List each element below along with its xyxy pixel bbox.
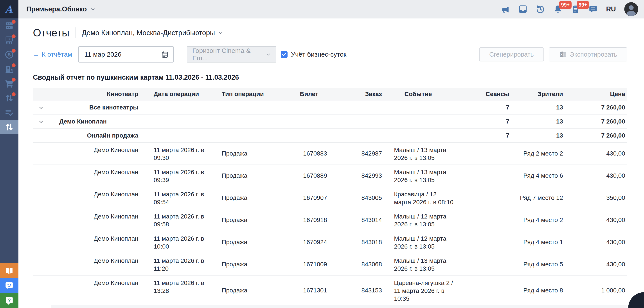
sidebar-item-cinema-hall[interactable] bbox=[0, 33, 18, 47]
notification-dot bbox=[12, 92, 16, 96]
cell-event: Малыш / 12 марта 2026 г. в 13:05 bbox=[382, 209, 454, 231]
column-header: Дата операции bbox=[138, 88, 215, 100]
sidebar-item-cart[interactable] bbox=[0, 76, 18, 91]
sidebar-item-finance[interactable]: $ bbox=[0, 47, 18, 62]
row-spacer-cell bbox=[33, 231, 53, 253]
cell-cinema: Демо Киноплан bbox=[53, 143, 138, 165]
topbar-megaphone-button[interactable] bbox=[501, 4, 510, 14]
date-value: 11 мар 2026 bbox=[84, 51, 122, 58]
topbar-history-button[interactable] bbox=[536, 4, 545, 14]
cell-price: 430,00 bbox=[563, 253, 627, 275]
sidebar-footer: ? bbox=[0, 263, 18, 308]
group-row[interactable]: Все кинотеатры7137 260,00 bbox=[33, 100, 627, 114]
checklist-icon bbox=[4, 108, 14, 117]
column-header: Кинотеатр bbox=[53, 88, 138, 100]
cinema-select-value: Горизонт Cinema & Em... bbox=[192, 47, 266, 62]
svg-text:X: X bbox=[560, 53, 562, 56]
sidebar-item-transactions[interactable] bbox=[0, 120, 18, 134]
generate-button-label: Сгенерировать bbox=[489, 51, 534, 58]
group-viewers-cell: 13 bbox=[509, 114, 563, 128]
cell-ticket: 1671009 bbox=[292, 253, 327, 275]
topbar: Премьера.Облако 99+99+ RU bbox=[18, 0, 644, 18]
cell-operation-type: Продажа bbox=[215, 187, 292, 209]
organization-selector[interactable]: Демо Киноплан, Москва-Дистрибьюторы bbox=[82, 29, 223, 37]
column-header: Сеансы bbox=[454, 88, 509, 100]
table-row: Демо Киноплан11 марта 2026 г. в 13:28Про… bbox=[33, 275, 627, 305]
sidebar-item-checklist[interactable] bbox=[0, 105, 18, 120]
cell-cinema: Демо Киноплан bbox=[53, 276, 138, 305]
export-button-label: Экспортировать bbox=[570, 51, 617, 58]
chevron-down-icon[interactable] bbox=[38, 119, 44, 124]
cell-operation-type: Продажа bbox=[215, 209, 292, 231]
cell-seat: Ряд 4 место 1 bbox=[509, 231, 563, 253]
cinema-select[interactable]: Горизонт Cinema & Em... bbox=[187, 46, 276, 62]
avatar[interactable] bbox=[624, 2, 638, 16]
business-day-checkbox-group[interactable]: Учёт бизнес-суток bbox=[281, 51, 346, 58]
svg-text:A: A bbox=[4, 3, 13, 15]
cell-cinema: Демо Киноплан bbox=[53, 253, 138, 275]
group-label: Демо Киноплан bbox=[53, 114, 138, 128]
cell-ticket: 1670924 bbox=[292, 231, 327, 253]
cell-operation-type: Продажа bbox=[215, 143, 292, 165]
column-header: Событие bbox=[382, 88, 454, 100]
help-icon: ? bbox=[5, 296, 14, 305]
app-switcher[interactable]: Премьера.Облако bbox=[26, 5, 96, 13]
cell-cinema: Демо Киноплан bbox=[53, 165, 138, 187]
cell-sessions-empty bbox=[454, 231, 509, 253]
badge-count: 99+ bbox=[559, 1, 572, 9]
language-switcher[interactable]: RU bbox=[606, 5, 616, 13]
toolbar-actions: Сгенерировать X Экспортировать bbox=[479, 47, 627, 61]
group-row[interactable]: Демо Киноплан7137 260,00 bbox=[33, 114, 627, 128]
topbar-tasks-button[interactable]: 99+ bbox=[571, 4, 580, 14]
group-sessions-cell: 7 bbox=[454, 129, 509, 142]
cell-price: 430,00 bbox=[563, 143, 627, 165]
cell-price: 430,00 bbox=[563, 165, 627, 187]
sidebar-footer-feedback[interactable] bbox=[0, 278, 18, 293]
svg-text:$: $ bbox=[8, 52, 11, 57]
sidebar-item-building[interactable] bbox=[0, 62, 18, 76]
cell-operation-date: 11 марта 2026 г. в 09:30 bbox=[138, 143, 215, 165]
cell-operation-date: 11 марта 2026 г. в 10:00 bbox=[138, 231, 215, 253]
cell-ticket: 1670883 bbox=[292, 143, 327, 165]
cell-order: 843068 bbox=[327, 253, 382, 275]
topbar-chat-button[interactable] bbox=[588, 4, 598, 14]
cell-price: 1 000,00 bbox=[563, 276, 627, 305]
cell-operation-date: 11 марта 2026 г. в 11:20 bbox=[138, 253, 215, 275]
column-header: Тип операции bbox=[215, 88, 292, 100]
column-header: Заказ bbox=[327, 88, 382, 100]
table-row: Демо Киноплан11 марта 2026 г. в 10:00Про… bbox=[33, 231, 627, 253]
cell-event: Красавица / 12 марта 2026 г. в 08:10 bbox=[382, 187, 454, 209]
date-input[interactable]: 11 мар 2026 bbox=[78, 46, 174, 62]
cell-operation-type: Продажа bbox=[215, 165, 292, 187]
app-logo[interactable]: A bbox=[0, 0, 18, 18]
group-price-cell: 7 260,00 bbox=[563, 129, 627, 142]
sidebar-item-transfer-arrows[interactable] bbox=[0, 91, 18, 105]
generate-button[interactable]: Сгенерировать bbox=[479, 47, 544, 61]
export-button[interactable]: X Экспортировать bbox=[549, 47, 627, 61]
feedback-icon bbox=[5, 281, 14, 290]
sidebar-footer-help[interactable]: ? bbox=[0, 293, 18, 308]
group-label: Все кинотеатры bbox=[53, 100, 138, 114]
table-bottom-strip bbox=[51, 305, 627, 308]
topbar-inbox-button[interactable] bbox=[518, 4, 528, 14]
report-title: Сводный отчет по пушкинским картам 11.03… bbox=[33, 73, 627, 81]
cell-seat: Ряд 4 место 2 bbox=[509, 209, 563, 231]
cell-event: Малыш / 13 марта 2026 г. в 13:05 bbox=[382, 253, 454, 275]
group-price-cell: 7 260,00 bbox=[563, 100, 627, 114]
column-header: Зрители bbox=[509, 88, 563, 100]
group-price-cell: 7 260,00 bbox=[563, 114, 627, 128]
topbar-bell-button[interactable]: 99+ bbox=[553, 4, 562, 14]
inbox-icon bbox=[518, 4, 528, 14]
notification-dot bbox=[12, 49, 16, 53]
cell-event: Царевна-лягушка 2 / 11 марта 2026 г. в 1… bbox=[382, 276, 454, 305]
checkbox-checked-icon[interactable] bbox=[281, 51, 288, 58]
cell-operation-date: 11 марта 2026 г. в 09:39 bbox=[138, 165, 215, 187]
back-to-reports-link[interactable]: ← К отчётам bbox=[33, 51, 72, 58]
sidebar-item-screens-stack[interactable] bbox=[0, 18, 18, 33]
cell-operation-type: Продажа bbox=[215, 253, 292, 275]
sidebar-footer-book[interactable] bbox=[0, 263, 18, 278]
chevron-down-icon[interactable] bbox=[38, 105, 44, 110]
cell-operation-date: 11 марта 2026 г. в 13:28 bbox=[138, 276, 215, 305]
row-spacer-cell bbox=[33, 209, 53, 231]
cell-event: Малыш / 13 марта 2026 г. в 13:05 bbox=[382, 143, 454, 165]
